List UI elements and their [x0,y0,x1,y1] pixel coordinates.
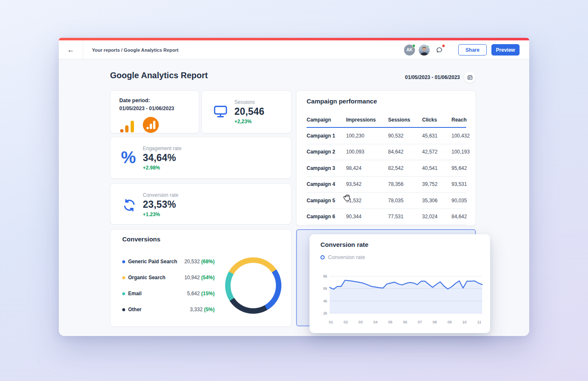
column-header: Clicks [422,117,452,123]
report-builder-window: ← Your reports / Google Analytics Report… [59,38,529,336]
column-header: Sessions [388,117,422,123]
table-row: Campaign 690,34477,53132,02484,642 [307,209,466,225]
share-button[interactable]: Share [458,44,487,56]
table-cell: 100,432 [452,133,470,139]
chat-button[interactable] [434,45,445,56]
svg-text:07: 07 [418,320,422,324]
table-cell: 84,642 [388,149,422,155]
legend-dot-icon [122,308,125,311]
legend-label: Other [128,307,142,312]
conversions-legend: Generic Paid Search20,532 (68%)Organic S… [122,258,215,322]
conversions-donut [225,257,281,314]
campaign-name-cell: Campaign 5 [307,198,346,204]
notification-dot [442,44,445,48]
table-cell: 35,306 [422,198,452,204]
avatar[interactable] [419,45,430,56]
conversion-rate-widget[interactable]: Conversion rate 23,53% +1.23% [110,183,291,225]
metric-value: 34,64% [143,152,181,164]
table-cell: 91,532 [346,198,388,204]
legend-dot-icon [122,292,125,295]
column-header: Campaign [307,117,346,123]
campaign-name-cell: Campaign 3 [307,165,346,171]
metric-label: Sessions [234,99,265,105]
table-cell: 77,531 [388,214,422,220]
legend-ring-icon [320,255,325,259]
svg-text:6k: 6k [323,286,327,291]
monitor-icon [213,105,228,118]
svg-text:01: 01 [329,320,333,324]
conversions-widget[interactable]: Conversions Generic Paid Search20,532 (6… [110,229,291,327]
table-cell: 90,344 [346,214,388,220]
legend-item: Other3,332 (5%) [122,306,215,313]
svg-text:05: 05 [388,320,392,324]
svg-text:2k: 2k [323,311,327,315]
svg-text:04: 04 [373,320,378,324]
legend-item: Organic Search10,942 (54%) [122,274,215,281]
google-analytics-badge-icon [143,117,159,133]
table-cell: 95,642 [452,165,467,171]
google-analytics-logos [120,117,159,133]
date-range-value: 01/05/2023 - 01/06/2023 [405,74,460,80]
svg-text:11: 11 [477,320,481,324]
table-cell: 39,752 [422,181,452,187]
date-period-value: 01/05/2023 - 01/06/2023 [119,106,174,111]
table-cell: 82,542 [388,165,422,171]
svg-text:8k: 8k [323,274,327,278]
avatar-initials: AK [407,48,412,52]
campaign-table-body: Campaign 1100,23090,53245,631100,432Camp… [307,128,466,225]
campaign-table-header: CampaignImpressionsSessionsClicksReach [307,114,466,125]
conversion-rate-chart-card[interactable]: Conversion rate Conversion rate 8k6k4k2k… [310,234,490,333]
metric-label: Engagement rate [143,146,181,151]
sessions-widget[interactable]: Sessions 20,546 +2,23% [202,90,291,133]
table-cell: 32,024 [422,214,452,220]
date-range-control: 01/05/2023 - 01/06/2023 [405,71,475,83]
calendar-button[interactable] [464,71,475,83]
metric-change: +2.98% [143,165,181,171]
table-row: Campaign 398,42482,54240,54195,642 [307,160,466,177]
legend-value: 10,942 (54%) [184,275,215,280]
chart-area-fill [330,280,482,314]
legend-label: Email [128,291,142,296]
svg-text:09: 09 [447,320,452,324]
legend-label: Organic Search [128,275,165,280]
desktop-background: { "topbar": { "breadcrumb": "Your report… [0,0,588,381]
back-button[interactable]: ← [59,40,83,59]
engagement-rate-widget[interactable]: % Engagement rate 34,64% +2.98% [110,137,291,179]
legend-value: 5,642 (15%) [187,291,215,296]
legend-item: Generic Paid Search20,532 (68%) [122,258,215,265]
legend-dot-icon [122,276,125,279]
table-cell: 98,424 [346,165,388,171]
campaign-name-cell: Campaign 4 [307,181,346,187]
legend-dot-icon [122,260,125,263]
percent-icon: % [121,149,136,166]
svg-text:03: 03 [359,320,363,324]
svg-text:02: 02 [344,320,348,324]
online-status-dot [427,45,430,48]
avatar[interactable]: AK [404,45,415,56]
campaign-name-cell: Campaign 2 [307,149,346,155]
conversions-title: Conversions [122,235,160,243]
table-row: Campaign 493,54278,35639,75293,531 [307,177,466,193]
table-cell: 78,035 [388,198,422,204]
page-title: Google Analytics Report [110,71,208,80]
date-period-label: Date period: [119,98,150,103]
table-cell: 100,093 [346,149,388,155]
svg-text:06: 06 [403,320,407,324]
campaign-table: CampaignImpressionsSessionsClicksReach C… [307,114,466,225]
refresh-cycle-icon [122,198,137,213]
svg-text:08: 08 [433,320,437,324]
legend-value: 3,332 (5%) [190,307,215,312]
back-arrow-icon: ← [67,46,74,54]
preview-button[interactable]: Preview [491,44,520,56]
online-status-dot [412,44,415,48]
conversion-rate-chart: 8k6k4k2k0102030405060708091011 [320,270,484,328]
chat-bubble-icon [436,46,443,54]
table-cell: 78,356 [388,181,422,187]
table-row: Campaign 2100,09384,64242,572100,193 [307,144,466,161]
metric-value: 23,53% [143,199,178,210]
campaign-performance-widget[interactable]: Campaign performance CampaignImpressions… [296,90,476,226]
topbar-actions: AK Share Preview [404,40,520,59]
table-cell: 40,541 [422,165,452,171]
date-period-widget[interactable]: Date period: 01/05/2023 - 01/06/2023 [110,90,199,133]
campaign-name-cell: Campaign 1 [307,133,346,139]
